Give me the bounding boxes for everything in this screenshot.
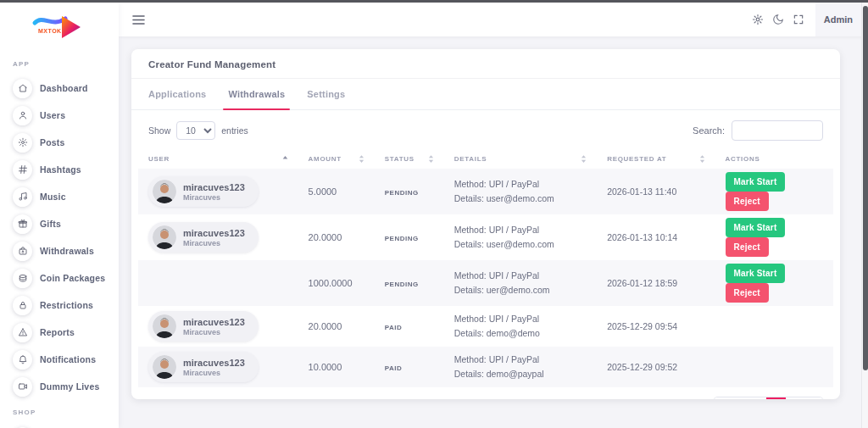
- admin-menu[interactable]: Admin: [815, 3, 861, 36]
- tab-settings[interactable]: Settings: [307, 79, 345, 109]
- actions-cell: Mark StartReject: [715, 169, 833, 214]
- status-cell: PAID: [375, 306, 444, 347]
- user-icon: [13, 106, 32, 125]
- lock-icon: [13, 296, 32, 315]
- scrollbar-thumb[interactable]: [863, 6, 868, 370]
- hashtag-icon: [13, 160, 32, 180]
- table-body: miracuves123Miracuves5.0000PENDINGMethod…: [138, 169, 833, 387]
- sidebar-item-label: Coin Packages: [40, 273, 105, 283]
- withdrawal-icon: [13, 242, 32, 261]
- sidebar-item-restrictions[interactable]: Restrictions: [0, 292, 119, 319]
- mark-start-button[interactable]: Mark Start: [726, 264, 786, 283]
- search-control: Search:: [693, 120, 823, 141]
- requested-at-cell: 2026-01-12 18:59: [597, 260, 715, 306]
- column-header-requested-at[interactable]: REQUESTED AT: [597, 149, 715, 169]
- username-text: miracuves123: [183, 182, 245, 192]
- sidebar-item-hashtags[interactable]: Hashtags: [0, 156, 119, 183]
- display-name-text: Miracuves: [183, 328, 245, 336]
- window-top-edge: [0, 0, 868, 3]
- sort-icon[interactable]: [699, 154, 705, 164]
- sidebar-item-posts[interactable]: Posts: [0, 129, 119, 156]
- reject-button[interactable]: Reject: [726, 192, 769, 211]
- requested-at-text: 2026-01-13 10:14: [607, 232, 677, 242]
- sort-icon[interactable]: [359, 154, 364, 164]
- tab-withdrawals[interactable]: Withdrawals: [228, 79, 285, 109]
- music-icon: [13, 187, 32, 207]
- sidebar-item-users[interactable]: Users: [0, 102, 119, 129]
- table-row: miracuves123Miracuves10.0000PAIDMethod: …: [138, 347, 833, 387]
- moon-icon[interactable]: [768, 9, 788, 30]
- sidebar-item-music[interactable]: Music: [0, 183, 119, 210]
- sort-icon[interactable]: [428, 154, 434, 164]
- vertical-scrollbar[interactable]: [861, 3, 868, 428]
- current-page-button[interactable]: 1: [766, 397, 787, 399]
- tab-bar: ApplicationsWithdrawalsSettings: [131, 79, 840, 110]
- actions-cell: Mark StartReject: [715, 214, 833, 260]
- amount-text: 5.0000: [309, 186, 337, 197]
- settings-icon[interactable]: [748, 9, 768, 30]
- reject-button[interactable]: Reject: [726, 237, 769, 257]
- sidebar-item-dummy-lives[interactable]: Dummy Lives: [0, 373, 119, 400]
- sidebar-item-gifts[interactable]: Gifts: [0, 210, 119, 237]
- amount-cell: 20.0000: [298, 214, 375, 260]
- search-input[interactable]: [732, 120, 823, 141]
- sidebar-item-label: Hashtags: [40, 164, 81, 175]
- user-pill[interactable]: miracuves123Miracuves: [148, 222, 259, 253]
- user-pill[interactable]: miracuves123Miracuves: [148, 311, 259, 342]
- sort-asc-icon[interactable]: [282, 154, 288, 164]
- tab-applications[interactable]: Applications: [148, 79, 206, 109]
- amount-text: 20.0000: [309, 232, 342, 242]
- column-header-actions[interactable]: ACTIONS: [715, 149, 833, 169]
- details-cell: Method: UPI / PayPalDetails: user@demo.c…: [444, 169, 597, 214]
- mark-start-button[interactable]: Mark Start: [726, 172, 786, 192]
- fullscreen-icon[interactable]: [788, 9, 809, 30]
- details-text: Details: demo@demo: [454, 326, 587, 341]
- page-content: Creator Fund Management ApplicationsWith…: [119, 36, 868, 428]
- sidebar-item-coin-packages[interactable]: Coin Packages: [0, 264, 119, 292]
- sidebar: MXTOK APPDashboardUsersPostsHashtagsMusi…: [0, 3, 119, 428]
- sidebar-item-categories[interactable]: Categories: [0, 423, 119, 428]
- method-text: Method: UPI / PayPal: [454, 177, 587, 192]
- column-label: AMOUNT: [309, 155, 342, 163]
- sidebar-item-notifications[interactable]: Notifications: [0, 346, 119, 373]
- column-header-user[interactable]: USER: [138, 149, 298, 169]
- display-name-text: Miracuves: [183, 369, 245, 377]
- warning-icon: [13, 323, 32, 342]
- app-logo[interactable]: MXTOK: [0, 3, 119, 52]
- logo-text: MXTOK: [38, 28, 62, 34]
- status-badge: PENDING: [385, 281, 419, 288]
- method-text: Method: UPI / PayPal: [454, 312, 587, 326]
- user-pill[interactable]: miracuves123Miracuves: [148, 352, 259, 382]
- user-avatar: [153, 180, 176, 203]
- menu-icon[interactable]: [132, 14, 145, 25]
- user-pill[interactable]: miracuves123Miracuves: [148, 176, 259, 207]
- previous-page-button[interactable]: Previous: [715, 397, 766, 399]
- display-name-text: Miracuves: [183, 239, 245, 247]
- sidebar-item-dashboard[interactable]: Dashboard: [0, 75, 119, 102]
- sidebar-item-reports[interactable]: Reports: [0, 319, 119, 346]
- details-cell: Method: UPI / PayPalDetails: uer@demo.co…: [444, 260, 597, 306]
- column-header-status[interactable]: STATUS: [375, 149, 444, 169]
- creator-fund-card: Creator Fund Management ApplicationsWith…: [131, 49, 840, 399]
- top-navbar: Admin: [119, 3, 868, 36]
- column-header-amount[interactable]: AMOUNT: [298, 149, 375, 169]
- sidebar-item-label: Notifications: [40, 354, 96, 364]
- actions-cell: [715, 347, 833, 387]
- bell-icon: [13, 350, 32, 370]
- reject-button[interactable]: Reject: [726, 283, 769, 303]
- user-names: miracuves123Miracuves: [183, 182, 245, 202]
- sidebar-item-withdrawals[interactable]: Withdrawals: [0, 237, 119, 264]
- column-header-details[interactable]: DETAILS: [444, 149, 597, 169]
- sort-icon[interactable]: [581, 154, 587, 164]
- status-cell: PENDING: [375, 214, 444, 260]
- navbar-right: Admin: [748, 3, 861, 36]
- status-badge: PAID: [385, 324, 403, 331]
- live-icon: [13, 377, 32, 397]
- next-page-button[interactable]: Next: [786, 397, 822, 399]
- entries-label: entries: [221, 125, 248, 136]
- gift-icon: [13, 214, 32, 234]
- mark-start-button[interactable]: Mark Start: [726, 218, 786, 237]
- nav-section-label-shop: SHOP: [0, 400, 119, 423]
- page-size-select[interactable]: 10: [176, 121, 215, 140]
- column-label: USER: [148, 155, 170, 163]
